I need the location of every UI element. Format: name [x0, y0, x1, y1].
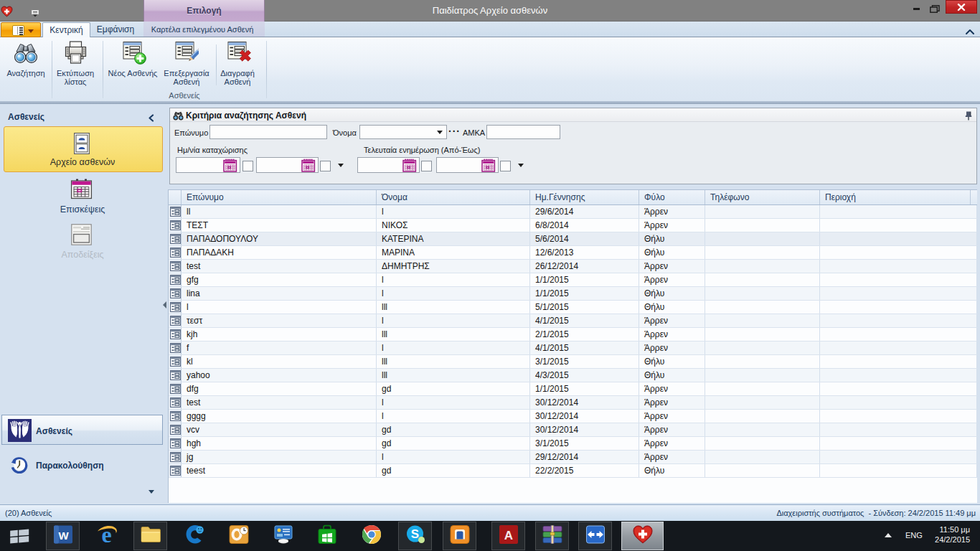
svg-text:A: A	[504, 529, 512, 542]
svg-text:W: W	[58, 529, 69, 542]
svg-text:S: S	[410, 527, 418, 541]
